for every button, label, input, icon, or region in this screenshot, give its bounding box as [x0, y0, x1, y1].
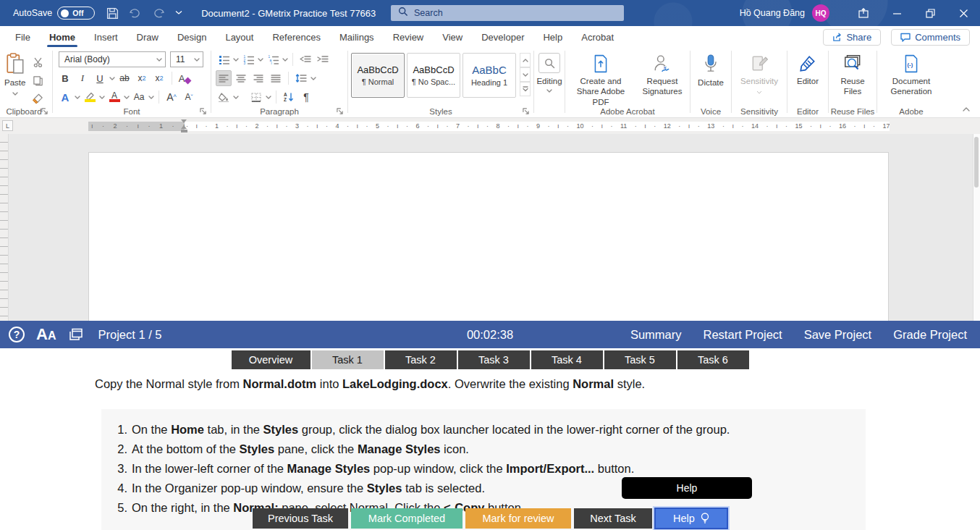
bullets-button[interactable]: [216, 51, 232, 67]
grow-font-button[interactable]: A^: [164, 89, 179, 105]
redo-icon[interactable]: [152, 7, 165, 19]
indent-marker[interactable]: [181, 119, 187, 133]
close-button[interactable]: [947, 0, 980, 26]
create-share-pdf-button[interactable]: Create and Share Adobe PDF: [565, 51, 636, 110]
reuse-files-button[interactable]: Reuse Files: [829, 51, 876, 100]
dictate-button[interactable]: Dictate: [690, 51, 731, 91]
document-generation-button[interactable]: (-) Document Generation: [877, 51, 945, 100]
task-tab-1[interactable]: Task 1: [312, 350, 384, 369]
borders-chevron-icon[interactable]: [266, 96, 271, 99]
restore-button[interactable]: [913, 0, 947, 26]
change-case-chevron-icon[interactable]: [148, 96, 154, 99]
comments-button[interactable]: Comments: [891, 29, 970, 46]
save-project-link[interactable]: Save Project: [804, 328, 872, 342]
format-painter-button[interactable]: [30, 91, 46, 106]
previous-task-button[interactable]: Previous Task: [253, 508, 348, 529]
highlight-button[interactable]: [82, 89, 98, 105]
avatar[interactable]: HQ: [812, 4, 829, 22]
sensitivity-button[interactable]: Sensitivity: [732, 51, 787, 100]
search-bar[interactable]: [391, 5, 624, 21]
vertical-scrollbar[interactable]: [973, 134, 980, 321]
styles-more-button[interactable]: [520, 82, 531, 96]
align-right-button[interactable]: [250, 70, 266, 86]
align-left-button[interactable]: [216, 70, 232, 86]
superscript-button[interactable]: x2: [151, 70, 167, 86]
horizontal-ruler[interactable]: ı · 2 · ı · 1 · ı · ı · 1 · ı · 2 · ı · …: [88, 122, 890, 131]
window-copy-icon[interactable]: [69, 328, 83, 341]
tab-acrobat[interactable]: Acrobat: [572, 26, 623, 48]
style-card-no-spacing[interactable]: AaBbCcD ¶ No Spac...: [407, 53, 460, 98]
share-button[interactable]: Share: [823, 29, 881, 46]
text-effects-button[interactable]: A: [57, 89, 73, 105]
highlight-chevron-icon[interactable]: [99, 96, 105, 99]
paragraph-dialog-launcher[interactable]: [334, 106, 345, 116]
mark-completed-button[interactable]: Mark Completed: [351, 508, 462, 529]
bullets-chevron-icon[interactable]: [233, 58, 239, 62]
tab-review[interactable]: Review: [384, 26, 434, 48]
style-card-normal[interactable]: AaBbCcD ¶ Normal: [351, 53, 405, 98]
task-tab-3[interactable]: Task 3: [458, 350, 530, 369]
justify-button[interactable]: [268, 70, 284, 86]
align-center-button[interactable]: [233, 70, 249, 86]
font-dialog-launcher[interactable]: [198, 106, 208, 116]
tab-developer[interactable]: Developer: [472, 26, 533, 48]
tab-design[interactable]: Design: [168, 26, 216, 48]
mark-for-review-button[interactable]: Mark for review: [465, 508, 571, 529]
paste-button[interactable]: Paste: [0, 51, 30, 106]
tab-insert[interactable]: Insert: [85, 26, 127, 48]
numbering-chevron-icon[interactable]: [258, 58, 263, 62]
font-color-button[interactable]: A: [106, 89, 122, 105]
shading-chevron-icon[interactable]: [233, 96, 239, 99]
tab-file[interactable]: File: [6, 26, 40, 48]
help-button[interactable]: Help: [655, 508, 727, 529]
italic-button[interactable]: I: [75, 70, 90, 86]
restart-project-link[interactable]: Restart Project: [704, 328, 782, 342]
user-name[interactable]: Hồ Quang Đăng: [740, 8, 805, 18]
grade-project-link[interactable]: Grade Project: [893, 328, 967, 342]
text-size-button[interactable]: A A: [36, 325, 56, 344]
change-case-button[interactable]: Aa: [131, 89, 147, 105]
multilevel-chevron-icon[interactable]: [282, 58, 288, 62]
summary-link[interactable]: Summary: [630, 328, 682, 342]
tab-help[interactable]: Help: [533, 26, 572, 48]
tab-home[interactable]: Home: [40, 26, 85, 48]
font-size-select[interactable]: 11: [170, 51, 203, 67]
strikethrough-button[interactable]: ab: [117, 70, 132, 86]
clear-formatting-button[interactable]: A: [177, 70, 193, 86]
next-task-button[interactable]: Next Task: [574, 508, 652, 529]
save-icon[interactable]: [106, 7, 119, 20]
styles-scroll-up-button[interactable]: [520, 53, 531, 67]
show-paragraph-marks-button[interactable]: ¶: [298, 89, 314, 105]
autosave-toggle[interactable]: Off: [57, 7, 95, 20]
borders-button[interactable]: [248, 89, 264, 105]
sort-button[interactable]: AZ: [281, 89, 297, 105]
numbering-button[interactable]: 123: [240, 51, 256, 67]
tab-view[interactable]: View: [433, 26, 472, 48]
cut-button[interactable]: [30, 54, 46, 70]
task-tab-2[interactable]: Task 2: [385, 350, 457, 369]
tab-draw[interactable]: Draw: [127, 26, 168, 48]
task-tab-4[interactable]: Task 4: [531, 350, 603, 369]
task-tab-5[interactable]: Task 5: [604, 350, 676, 369]
minimize-button[interactable]: [880, 0, 913, 26]
tab-layout[interactable]: Layout: [216, 26, 263, 48]
request-signatures-button[interactable]: ✕ Request Signatures: [636, 51, 688, 110]
document-page[interactable]: [88, 152, 889, 321]
underline-button[interactable]: U: [92, 70, 108, 86]
tab-selector[interactable]: L: [2, 120, 13, 131]
increase-indent-button[interactable]: [315, 51, 331, 67]
clipboard-dialog-launcher[interactable]: [39, 106, 49, 116]
font-color-chevron-icon[interactable]: [124, 96, 130, 99]
tab-mailings[interactable]: Mailings: [330, 26, 384, 48]
underline-chevron-icon[interactable]: [109, 77, 115, 80]
vertical-ruler[interactable]: [0, 134, 9, 321]
font-name-select[interactable]: Arial (Body): [59, 51, 166, 67]
subscript-button[interactable]: x2: [134, 70, 150, 86]
styles-scroll-down-button[interactable]: [520, 67, 531, 82]
multilevel-list-button[interactable]: 1ai: [265, 51, 281, 67]
editor-button[interactable]: Editor: [787, 51, 828, 89]
text-effects-chevron-icon[interactable]: [75, 96, 80, 99]
collapse-ribbon-button[interactable]: [963, 101, 970, 114]
task-tab-overview[interactable]: Overview: [232, 350, 311, 369]
bold-button[interactable]: B: [57, 70, 73, 86]
